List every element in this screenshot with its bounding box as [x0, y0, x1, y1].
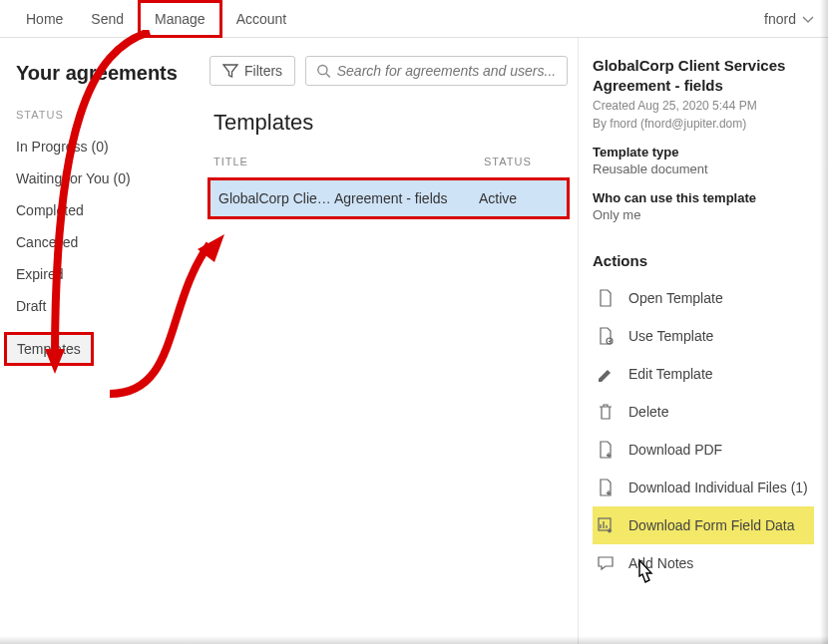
sidebar: Your agreements STATUS In Progress (0) W… [0, 38, 200, 644]
action-download-form-label: Download Form Field Data [628, 517, 795, 533]
form-data-icon [597, 516, 615, 534]
table-row[interactable]: GlobalCorp Clie… Agreement - fields Acti… [207, 177, 570, 219]
action-notes-label: Add Notes [628, 555, 693, 571]
nav-account[interactable]: Account [222, 3, 301, 35]
status-cancelled[interactable]: Cancelled [0, 226, 200, 258]
filters-label: Filters [244, 63, 282, 79]
svg-point-0 [318, 66, 327, 75]
action-use-template[interactable]: Use Template [593, 317, 814, 355]
action-download-files[interactable]: Download Individual Files (1) [593, 469, 814, 506]
col-title: TITLE [213, 156, 484, 167]
detail-title: GlobalCorp Client Services Agreement - f… [593, 56, 814, 95]
status-templates[interactable]: Templates [4, 332, 94, 366]
action-download-form-data[interactable]: Download Form Field Data [593, 506, 814, 544]
filters-button[interactable]: Filters [209, 56, 295, 86]
search-icon [316, 63, 331, 79]
detail-created: Created Aug 25, 2020 5:44 PM [593, 99, 814, 113]
action-add-notes[interactable]: Add Notes [593, 544, 814, 582]
actions-heading: Actions [593, 252, 814, 269]
action-edit-template[interactable]: Edit Template [593, 355, 814, 393]
who-value: Only me [593, 207, 814, 222]
type-label: Template type [593, 145, 814, 160]
main-column: Filters Templates TITLE STATUS GlobalCor… [200, 38, 579, 644]
status-completed[interactable]: Completed [0, 194, 200, 226]
use-template-icon [597, 327, 615, 345]
templates-heading: Templates [200, 104, 578, 150]
action-download-files-label: Download Individual Files (1) [628, 480, 808, 495]
pencil-icon [597, 365, 615, 383]
svg-line-1 [326, 74, 330, 78]
chevron-down-icon [800, 11, 816, 27]
search-box[interactable] [305, 56, 568, 86]
toolbar: Filters [200, 50, 578, 104]
action-delete[interactable]: Delete [593, 393, 814, 431]
action-use-label: Use Template [628, 328, 713, 344]
action-edit-label: Edit Template [628, 366, 713, 382]
download-files-icon [597, 479, 615, 496]
user-menu[interactable]: fnord [764, 11, 816, 27]
action-download-pdf-label: Download PDF [628, 442, 722, 458]
who-label: Who can use this template [593, 190, 814, 205]
search-input[interactable] [337, 63, 557, 79]
row-status: Active [479, 190, 559, 206]
nav-manage[interactable]: Manage [138, 0, 222, 38]
nav-send[interactable]: Send [77, 3, 138, 35]
status-draft[interactable]: Draft [0, 290, 200, 322]
trash-icon [597, 403, 615, 421]
action-download-pdf[interactable]: Download PDF [593, 431, 814, 469]
col-status: STATUS [484, 156, 564, 167]
user-name: fnord [764, 11, 796, 27]
nav-left: Home Send Manage Account [12, 3, 300, 35]
status-header: STATUS [0, 105, 200, 125]
notes-icon [597, 554, 615, 572]
filter-icon [222, 63, 238, 79]
nav-home[interactable]: Home [12, 3, 77, 35]
type-value: Reusable document [593, 161, 814, 176]
status-expired[interactable]: Expired [0, 258, 200, 290]
action-open-label: Open Template [628, 290, 723, 306]
status-in-progress[interactable]: In Progress (0) [0, 131, 200, 162]
page-title: Your agreements [0, 54, 200, 105]
status-waiting[interactable]: Waiting for You (0) [0, 162, 200, 194]
detail-by: By fnord (fnord@jupiter.dom) [593, 117, 814, 131]
action-open-template[interactable]: Open Template [593, 279, 814, 317]
content: Your agreements STATUS In Progress (0) W… [0, 38, 828, 644]
document-icon [597, 289, 615, 307]
download-pdf-icon [597, 441, 615, 459]
action-delete-label: Delete [628, 404, 668, 420]
status-list: In Progress (0) Waiting for You (0) Comp… [0, 131, 200, 366]
top-nav: Home Send Manage Account fnord [0, 0, 828, 38]
table-header: TITLE STATUS [200, 150, 578, 173]
row-title: GlobalCorp Clie… Agreement - fields [218, 190, 479, 206]
svg-point-2 [607, 338, 613, 344]
details-panel: GlobalCorp Client Services Agreement - f… [579, 38, 828, 644]
